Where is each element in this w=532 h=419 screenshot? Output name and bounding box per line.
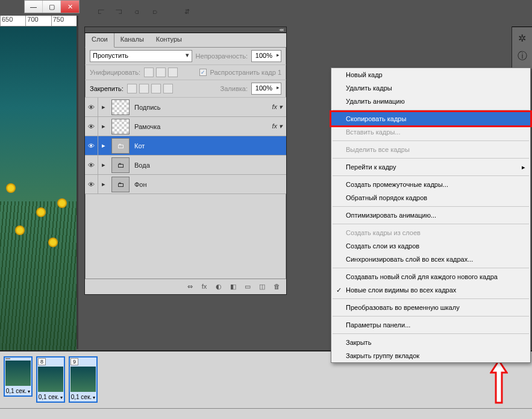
canvas-art [0, 201, 77, 352]
layer-name[interactable]: Фон [132, 181, 264, 188]
layer-fx-indicator[interactable]: fx ▾ [264, 103, 286, 111]
unify-style-icon[interactable] [168, 68, 178, 77]
panel-dragbar[interactable] [85, 27, 286, 33]
folder-icon: 🗀 [111, 177, 130, 192]
layer-name[interactable]: Кот [132, 142, 264, 150]
propagate-checkbox[interactable]: ✓ [199, 69, 207, 76]
menu-item[interactable]: Обратный порядок кадров [331, 191, 530, 204]
expand-arrow-icon[interactable]: ▸ [98, 161, 109, 169]
expand-arrow-icon[interactable]: ▸ [98, 122, 109, 130]
canvas[interactable] [0, 27, 77, 352]
menu-item[interactable]: Оптимизировать анимацию... [331, 209, 530, 222]
menu-separator [333, 158, 529, 159]
maximize-button[interactable]: ▢ [43, 1, 61, 13]
animation-frame[interactable]: 80,1 сек. [36, 356, 65, 403]
menu-item[interactable]: Создать слои из кадров [331, 239, 530, 253]
menu-item[interactable]: Удалить анимацию [331, 95, 530, 108]
opacity-input[interactable]: 100% [251, 50, 281, 62]
annotation-arrow [490, 359, 508, 404]
lock-pixels-icon[interactable] [139, 84, 149, 93]
menu-item[interactable]: Синхронизировать слой во всех кадрах... [331, 253, 530, 266]
layer-name[interactable]: Подпись [132, 104, 264, 111]
menu-separator [333, 268, 529, 268]
document-window: 650 700 750 [0, 16, 78, 349]
minimize-button[interactable]: — [25, 1, 43, 13]
options-bar: ⫍ ⫎ ⫏ ⫐ ⇵ [98, 8, 196, 20]
blend-mode-dropdown[interactable]: Пропустить [90, 50, 192, 62]
unify-buttons [144, 68, 178, 77]
menu-item[interactable]: Закрыть группу вкладок [331, 349, 530, 362]
menu-item[interactable]: Новый кадр [331, 68, 530, 81]
trash-icon[interactable]: 🗑 [272, 283, 281, 291]
visibility-eye-icon[interactable]: 👁 [85, 98, 98, 116]
unify-position-icon[interactable] [144, 68, 154, 77]
layer-row[interactable]: 👁▸🗀Фон [85, 175, 286, 194]
menu-item[interactable]: Удалить кадры [331, 81, 530, 95]
frame-thumbnail [38, 367, 63, 392]
menu-item[interactable]: Создавать новый слой для каждого нового … [331, 270, 530, 283]
frame-duration[interactable]: 0,1 сек. [37, 392, 64, 402]
lock-buttons [127, 84, 173, 93]
layer-fx-indicator[interactable]: fx ▾ [264, 122, 286, 130]
lock-all-icon[interactable] [163, 84, 173, 93]
menu-item: Выделить все кадры [331, 143, 530, 156]
ruler-tick: 650 [0, 16, 25, 26]
menu-item[interactable]: Перейти к кадру [331, 160, 530, 174]
mask-icon[interactable]: ◐ [214, 283, 224, 291]
menu-item[interactable]: Новые слои видимы во всех кадрах [331, 283, 530, 297]
fx-icon[interactable]: fx [199, 283, 209, 291]
lock-position-icon[interactable] [151, 84, 161, 93]
group-icon[interactable]: ▭ [243, 283, 252, 291]
layers-empty-area[interactable] [85, 194, 286, 279]
menu-item[interactable]: Скопировать кадры [331, 112, 530, 125]
visibility-eye-icon[interactable]: 👁 [85, 117, 98, 136]
right-dock: ✲ ⓘ [512, 27, 532, 69]
frame-number: 9 [70, 358, 78, 365]
unify-visibility-icon[interactable] [156, 68, 166, 77]
align-right-icon[interactable]: ⫏ [134, 8, 146, 20]
adjustment-icon[interactable]: ◧ [228, 283, 238, 291]
frame-duration[interactable]: 0,1 сек. [70, 392, 96, 402]
frame-duration[interactable]: 0,1 сек. [5, 386, 31, 395]
expand-arrow-icon[interactable]: ▸ [98, 142, 109, 150]
canvas-art [6, 183, 16, 193]
canvas-art [48, 238, 58, 247]
lock-transparency-icon[interactable] [127, 84, 137, 93]
tab-paths[interactable]: Контуры [150, 33, 188, 47]
tab-channels[interactable]: Каналы [114, 33, 150, 47]
fill-input[interactable]: 100% [251, 83, 281, 95]
layer-row[interactable]: 👁▸🗀Кот [85, 136, 286, 156]
layer-name[interactable]: Вода [132, 162, 264, 169]
layer-row[interactable]: 👁▸🗀Вода [85, 156, 286, 175]
visibility-eye-icon[interactable]: 👁 [85, 175, 98, 194]
menu-separator [333, 298, 529, 299]
menu-separator [333, 140, 529, 141]
link-icon[interactable]: ⇔ [185, 283, 195, 291]
layer-row[interactable]: 👁▸Подписьfx ▾ [85, 98, 286, 117]
tab-layers[interactable]: Слои [85, 33, 114, 48]
info-icon[interactable]: ⓘ [516, 49, 529, 63]
close-button[interactable]: ✕ [61, 1, 79, 13]
animation-frame[interactable]: 90,1 сек. [69, 356, 98, 403]
align-center-icon[interactable]: ⫎ [116, 8, 128, 20]
lock-label: Закрепить: [90, 85, 124, 92]
layer-row[interactable]: 👁▸Рамочкаfx ▾ [85, 117, 286, 136]
propagate-label: Распространить кадр 1 [210, 69, 281, 76]
arrange-icon[interactable]: ⇵ [184, 8, 196, 20]
new-layer-icon[interactable]: ◫ [257, 283, 267, 291]
menu-item[interactable]: Преобразовать во временную шкалу [331, 301, 530, 314]
distribute-icon[interactable]: ⫐ [152, 8, 164, 20]
menu-item[interactable]: Создать промежуточные кадры... [331, 178, 530, 191]
expand-arrow-icon[interactable]: ▸ [98, 180, 109, 188]
layer-name[interactable]: Рамочка [132, 123, 264, 130]
visibility-eye-icon[interactable]: 👁 [85, 136, 98, 155]
animation-frame[interactable]: 0,1 сек. [4, 356, 33, 397]
navigator-icon[interactable]: ✲ [516, 31, 529, 45]
folder-icon: 🗀 [111, 138, 130, 154]
visibility-eye-icon[interactable]: 👁 [85, 156, 98, 174]
menu-separator [333, 224, 529, 224]
expand-arrow-icon[interactable]: ▸ [98, 103, 109, 111]
menu-item[interactable]: Закрыть [331, 336, 530, 349]
align-left-icon[interactable]: ⫍ [98, 8, 110, 20]
menu-item[interactable]: Параметры панели... [331, 318, 530, 332]
